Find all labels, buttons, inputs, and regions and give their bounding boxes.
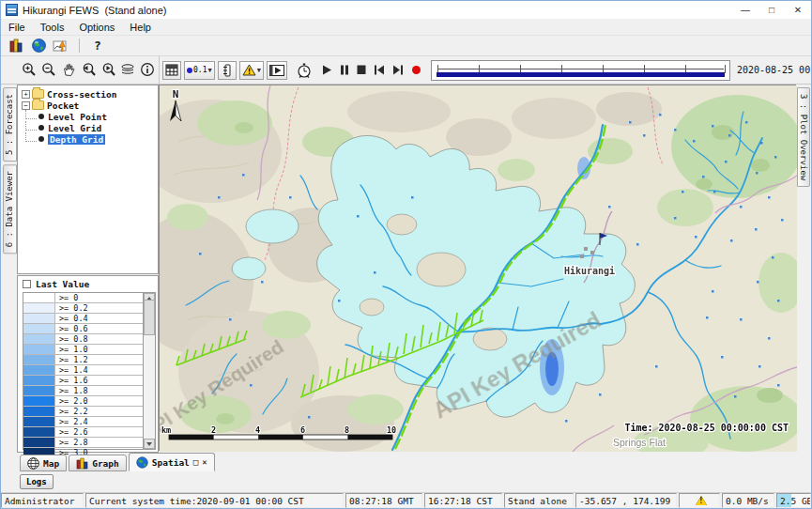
legend-row[interactable]: >= 0.8 bbox=[23, 334, 143, 345]
chevron-down-icon: ▼ bbox=[257, 67, 261, 74]
profile-button[interactable] bbox=[218, 61, 237, 80]
zoom-previous-icon[interactable] bbox=[81, 62, 97, 79]
bullet-icon bbox=[38, 125, 44, 131]
tab-maximize-icon[interactable]: □ bbox=[193, 457, 198, 467]
legend-row[interactable]: >= 1.8 bbox=[23, 386, 143, 396]
legend-row[interactable]: >= 2.2 bbox=[23, 407, 143, 417]
color-swatch bbox=[23, 345, 55, 354]
longitudinal-profile-icon bbox=[222, 64, 232, 77]
menu-options[interactable]: Options bbox=[71, 22, 122, 33]
bullet-icon bbox=[38, 136, 44, 142]
locality-label: Springs Flat bbox=[613, 437, 666, 448]
thresholds-dropdown[interactable]: ▼ bbox=[239, 61, 264, 80]
status-coordinates: -35.657 , 174.199 bbox=[575, 493, 677, 508]
marker-scale-dropdown[interactable]: 0.1 ▼ bbox=[184, 61, 215, 80]
legend-title: Last Value bbox=[36, 279, 89, 289]
pan-hand-icon[interactable] bbox=[61, 62, 77, 79]
grid-display-button[interactable] bbox=[50, 37, 72, 54]
data-viewer-panel: + Cross-section − Pocket Level Point bbox=[17, 85, 159, 453]
zoom-in-icon[interactable] bbox=[22, 62, 38, 79]
pause-icon[interactable] bbox=[340, 65, 349, 75]
svg-text:6: 6 bbox=[300, 425, 305, 435]
legend-row[interactable]: >= 0.6 bbox=[23, 324, 143, 334]
legend-row[interactable]: >= 2.4 bbox=[23, 417, 143, 427]
tab-forecast[interactable]: 5 : Forecast bbox=[3, 87, 17, 162]
maximize-button[interactable]: □ bbox=[758, 1, 785, 19]
tab-close-icon[interactable]: ✕ bbox=[202, 457, 207, 467]
tab-map[interactable]: Map bbox=[20, 455, 67, 471]
info-icon[interactable] bbox=[140, 62, 156, 79]
display-tabs: Map Graph Spatial □ ✕ bbox=[1, 453, 811, 471]
legend-row[interactable]: >= 2.0 bbox=[23, 396, 143, 407]
last-value-checkbox[interactable] bbox=[23, 280, 31, 288]
spatial-display-button[interactable] bbox=[27, 37, 50, 54]
color-swatch bbox=[23, 376, 55, 385]
scroll-thumb[interactable] bbox=[144, 300, 155, 335]
main-area: 5 : Forecast 6 : Data Viewer + Cross-sec… bbox=[1, 85, 811, 453]
legend-row[interactable]: >= 1.2 bbox=[23, 355, 143, 365]
skip-start-icon[interactable] bbox=[374, 65, 385, 75]
menu-help[interactable]: Help bbox=[122, 22, 159, 33]
svg-text:2: 2 bbox=[211, 425, 216, 435]
color-swatch bbox=[23, 334, 55, 344]
main-toolbar: ? bbox=[1, 36, 811, 56]
map-canvas[interactable]: API Key Required API Key Required Hikura… bbox=[159, 85, 796, 451]
wire-globe-icon bbox=[27, 457, 39, 470]
collapse-icon[interactable]: − bbox=[22, 101, 30, 110]
status-download-speed: 0.0 MB/s bbox=[722, 493, 774, 508]
legend-row[interactable]: >= 0.2 bbox=[23, 303, 143, 314]
record-icon[interactable] bbox=[411, 65, 421, 75]
stopwatch-icon[interactable] bbox=[296, 62, 312, 79]
legend-row[interactable]: >= 0.4 bbox=[23, 314, 143, 324]
menu-bar: File Tools Options Help bbox=[1, 19, 811, 36]
close-button[interactable]: ✕ bbox=[785, 1, 811, 19]
help-button[interactable]: ? bbox=[86, 37, 109, 54]
globe-icon bbox=[136, 456, 148, 469]
tab-data-viewer[interactable]: 6 : Data Viewer bbox=[3, 164, 17, 254]
animation-export-button[interactable] bbox=[267, 61, 287, 80]
table-icon bbox=[165, 64, 178, 76]
scroll-down-icon[interactable] bbox=[144, 439, 155, 449]
tree-node-pocket[interactable]: − Pocket bbox=[18, 100, 158, 111]
skip-end-icon[interactable] bbox=[392, 65, 404, 75]
legend-row[interactable]: >= 1.0 bbox=[23, 345, 143, 355]
globe-icon bbox=[32, 39, 46, 53]
minimize-button[interactable]: — bbox=[732, 1, 758, 19]
layers-icon[interactable] bbox=[120, 62, 136, 79]
menu-tools[interactable]: Tools bbox=[33, 22, 72, 33]
tab-plot-overview[interactable]: 3 : Plot Overview bbox=[797, 87, 810, 187]
grid-table-button[interactable] bbox=[162, 61, 181, 80]
zoom-out-icon[interactable] bbox=[41, 62, 57, 79]
map-nav-toolbar bbox=[17, 62, 159, 79]
status-memory[interactable]: 2.5 GB bbox=[776, 493, 811, 508]
zoom-next-icon[interactable] bbox=[100, 62, 116, 79]
stop-icon[interactable] bbox=[357, 65, 366, 75]
app-window: Hikurangi FEWS (Stand alone) — □ ✕ File … bbox=[0, 0, 812, 509]
play-icon[interactable] bbox=[322, 65, 332, 75]
right-dock-tabs: 3 : Plot Overview bbox=[796, 85, 812, 453]
expand-icon[interactable]: + bbox=[22, 90, 30, 99]
tab-spatial[interactable]: Spatial □ ✕ bbox=[129, 453, 215, 471]
logs-button[interactable]: Logs bbox=[20, 474, 54, 489]
tree-node-level-point[interactable]: Level Point bbox=[18, 111, 158, 122]
legend-row[interactable]: >= 2.8 bbox=[23, 438, 143, 448]
legend-row[interactable]: >= 1.4 bbox=[23, 365, 143, 376]
color-swatch bbox=[23, 407, 55, 416]
timeline-slider[interactable] bbox=[431, 60, 730, 81]
map-column: API Key Required API Key Required Hikura… bbox=[159, 85, 796, 453]
color-swatch bbox=[23, 293, 55, 302]
menu-file[interactable]: File bbox=[1, 22, 33, 33]
help-icon: ? bbox=[94, 39, 101, 53]
legend-scrollbar[interactable] bbox=[143, 293, 155, 449]
status-warning[interactable] bbox=[679, 493, 720, 508]
legend-row[interactable]: >= 2.6 bbox=[23, 427, 143, 438]
status-user: Administrator bbox=[1, 493, 84, 508]
tab-graph[interactable]: Graph bbox=[69, 455, 127, 471]
legend-row[interactable]: >= 1.6 bbox=[23, 376, 143, 386]
tree-node-level-grid[interactable]: Level Grid bbox=[18, 122, 158, 133]
tree-node-depth-grid[interactable]: Depth Grid bbox=[18, 133, 158, 145]
data-display-button[interactable] bbox=[5, 37, 27, 54]
legend-row[interactable]: >= 0 bbox=[23, 293, 143, 303]
warning-triangle-icon bbox=[242, 64, 256, 76]
color-swatch bbox=[23, 355, 55, 364]
